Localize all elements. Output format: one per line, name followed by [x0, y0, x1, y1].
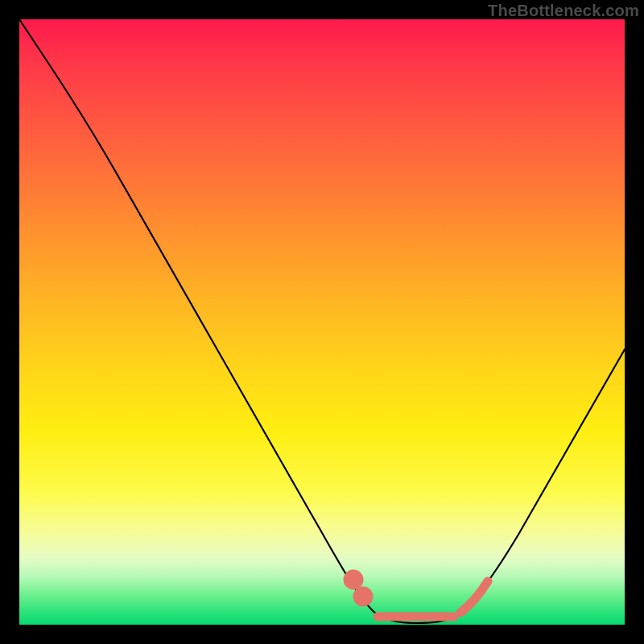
marker-dot — [357, 591, 369, 602]
bottleneck-curve — [19, 19, 625, 623]
minimum-marker-group — [348, 574, 488, 617]
marker-dash — [460, 581, 488, 613]
chart-frame — [19, 19, 625, 625]
watermark-text: TheBottleneck.com — [488, 2, 639, 20]
chart-svg — [19, 19, 625, 625]
marker-dot — [348, 574, 359, 585]
